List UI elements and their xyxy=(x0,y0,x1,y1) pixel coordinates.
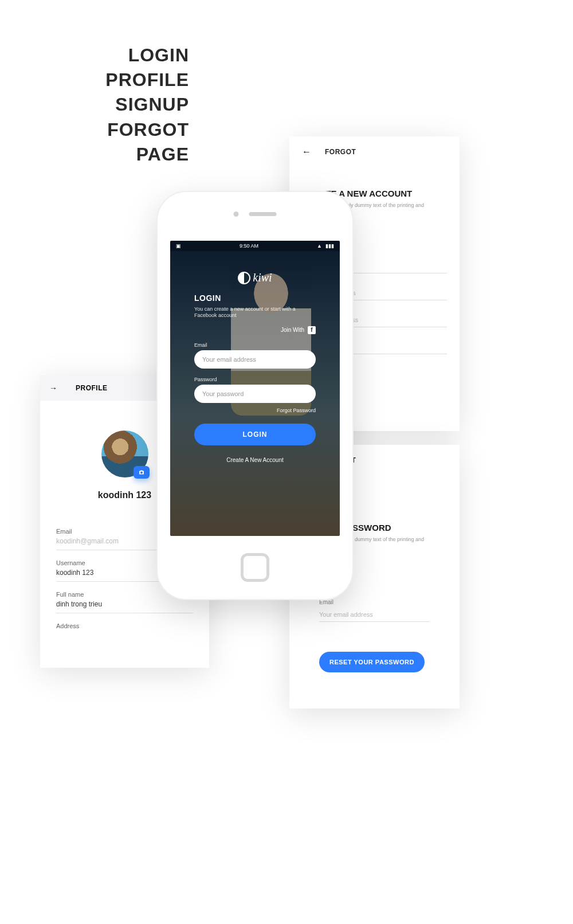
brand-logo: kiwi xyxy=(194,271,316,287)
title-line: PROFILE xyxy=(0,68,189,92)
address-label: Address xyxy=(56,622,193,629)
create-account-link[interactable]: Create A New Account xyxy=(194,457,316,463)
phone-frame: ▣ 9:50 AM ▲ ▮▮▮ kiwi LOGIN You can creat… xyxy=(158,192,352,599)
title-line: PAGE xyxy=(0,142,189,167)
login-subtext: You can create a new account or start wi… xyxy=(194,306,316,319)
back-arrow-icon[interactable]: ← xyxy=(302,147,311,157)
login-email-label: Email xyxy=(194,342,316,348)
title-line: LOGIN xyxy=(0,43,189,68)
wifi-icon: ▲ xyxy=(317,243,322,249)
home-button[interactable] xyxy=(241,553,269,582)
facebook-icon: f xyxy=(308,326,316,334)
fullname-value: dinh trong trieu xyxy=(56,600,193,608)
login-password-input[interactable] xyxy=(194,385,316,403)
signal-icon: ▮▮▮ xyxy=(325,243,334,249)
profile-header: PROFILE xyxy=(76,384,108,392)
page-title-block: LOGIN PROFILE SIGNUP FORGOT PAGE xyxy=(0,43,189,167)
login-screen: ▣ 9:50 AM ▲ ▮▮▮ kiwi LOGIN You can creat… xyxy=(170,241,340,536)
forgot-password-link[interactable]: Forgot Password xyxy=(194,408,316,413)
title-line: FORGOT xyxy=(0,118,189,142)
reset-email-label: Email xyxy=(319,599,430,605)
edit-avatar-button[interactable] xyxy=(134,466,150,479)
signup-header: FORGOT xyxy=(325,148,356,156)
login-button[interactable]: LOGIN xyxy=(194,424,316,445)
camera-icon xyxy=(138,469,145,476)
back-arrow-icon[interactable]: → xyxy=(49,383,57,393)
login-email-input[interactable] xyxy=(194,350,316,369)
camera-dot-icon xyxy=(234,212,239,217)
battery-icon: ▣ xyxy=(176,243,181,249)
join-with-facebook[interactable]: Join With f xyxy=(194,326,316,334)
speaker-icon xyxy=(249,212,277,216)
logo-icon xyxy=(238,272,250,284)
login-password-label: Password xyxy=(194,377,316,382)
brand-name: kiwi xyxy=(253,271,272,284)
status-bar: ▣ 9:50 AM ▲ ▮▮▮ xyxy=(170,241,340,251)
status-time: 9:50 AM xyxy=(240,243,258,249)
login-title: LOGIN xyxy=(194,293,316,303)
reset-password-button[interactable]: RESET YOUR PASSWORD xyxy=(319,652,425,672)
reset-email-input[interactable] xyxy=(319,608,430,622)
join-with-label: Join With xyxy=(281,327,304,333)
title-line: SIGNUP xyxy=(0,92,189,117)
